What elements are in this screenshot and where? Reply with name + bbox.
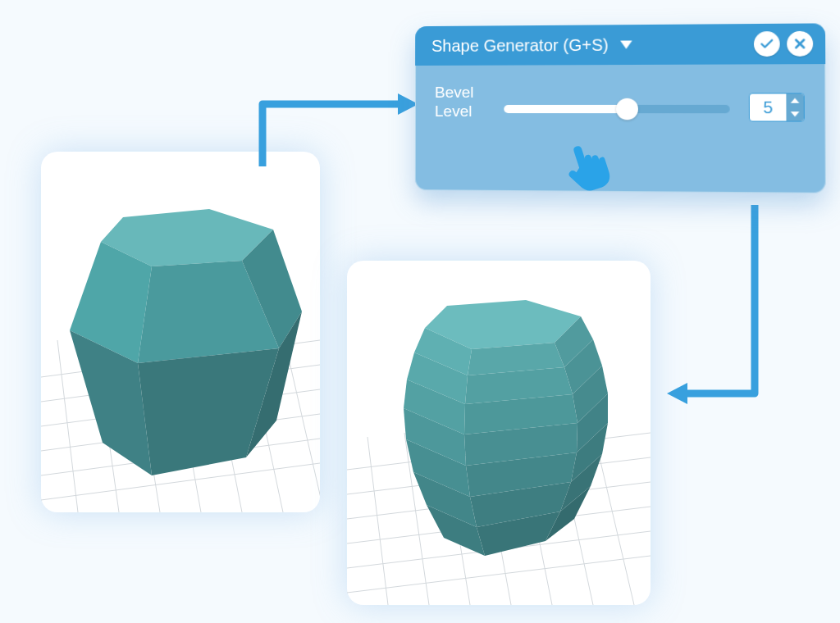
spinner-value[interactable]: 5 xyxy=(750,93,787,121)
shape-generator-panel: Shape Generator (G+S) Bevel Level 5 xyxy=(415,23,826,193)
viewport-after xyxy=(347,261,651,605)
panel-header[interactable]: Shape Generator (G+S) xyxy=(415,23,825,66)
svg-line-25 xyxy=(347,556,651,593)
bevel-level-spinner[interactable]: 5 xyxy=(749,93,805,121)
chevron-down-icon xyxy=(791,111,800,116)
check-icon xyxy=(759,36,774,52)
shape-before-render xyxy=(41,152,320,512)
close-icon xyxy=(792,36,808,52)
chevron-down-icon xyxy=(620,40,632,48)
spinner-up-button[interactable] xyxy=(786,93,803,107)
slider-thumb[interactable] xyxy=(616,98,638,121)
pointer-hand-icon xyxy=(558,138,615,195)
confirm-button[interactable] xyxy=(754,31,780,57)
svg-marker-56 xyxy=(667,383,687,404)
viewport-before xyxy=(41,152,320,512)
shape-after-render xyxy=(347,261,651,605)
flow-arrow-2 xyxy=(664,205,771,426)
panel-title: Shape Generator (G+S) xyxy=(431,35,609,55)
svg-line-26 xyxy=(368,437,388,605)
bevel-level-slider[interactable] xyxy=(504,97,729,121)
field-label: Bevel Level xyxy=(435,84,492,121)
spinner-down-button[interactable] xyxy=(786,107,803,121)
svg-line-6 xyxy=(57,340,78,512)
chevron-up-icon xyxy=(791,98,800,103)
slider-fill xyxy=(504,105,627,113)
close-button[interactable] xyxy=(787,31,813,57)
svg-marker-18 xyxy=(138,348,279,475)
